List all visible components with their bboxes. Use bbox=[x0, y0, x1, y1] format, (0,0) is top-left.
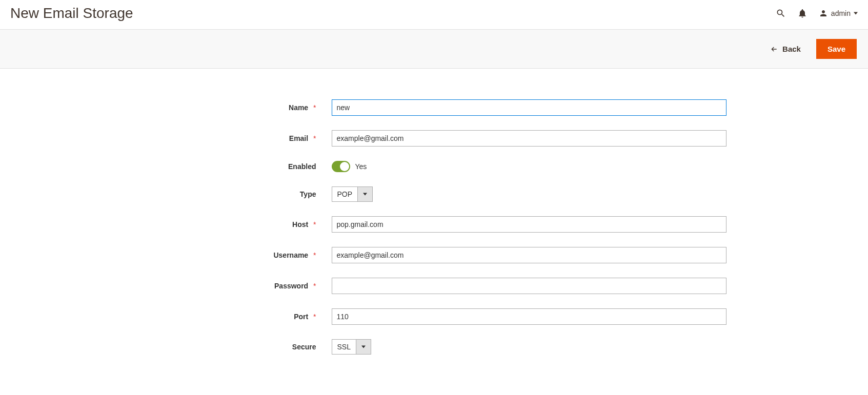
secure-select[interactable]: SSL bbox=[332, 339, 371, 355]
notification-icon[interactable] bbox=[797, 8, 808, 18]
user-icon bbox=[819, 9, 828, 18]
save-button[interactable]: Save bbox=[816, 39, 857, 59]
required-mark: * bbox=[313, 251, 316, 259]
chevron-down-icon bbox=[357, 186, 373, 202]
header-actions: admin bbox=[776, 8, 858, 18]
page-title: New Email Storage bbox=[10, 5, 133, 22]
back-label: Back bbox=[782, 45, 801, 53]
row-host: Host * bbox=[127, 216, 742, 233]
email-input[interactable] bbox=[332, 130, 726, 147]
type-select[interactable]: POP bbox=[332, 186, 373, 202]
required-mark: * bbox=[313, 282, 316, 290]
label-type: Type bbox=[127, 190, 332, 198]
port-input[interactable] bbox=[332, 308, 726, 325]
required-mark: * bbox=[313, 103, 316, 112]
required-mark: * bbox=[313, 134, 316, 142]
user-menu[interactable]: admin bbox=[819, 9, 858, 18]
enabled-toggle[interactable] bbox=[332, 161, 350, 172]
arrow-left-icon bbox=[770, 45, 778, 53]
required-mark: * bbox=[313, 313, 316, 321]
row-enabled: Enabled Yes bbox=[127, 161, 742, 172]
action-bar: Back Save bbox=[0, 30, 868, 69]
toggle-knob bbox=[340, 162, 349, 171]
label-email: Email * bbox=[127, 134, 332, 142]
chevron-down-icon bbox=[854, 12, 858, 15]
type-value: POP bbox=[332, 186, 358, 202]
row-username: Username * bbox=[127, 247, 742, 263]
label-password: Password * bbox=[127, 282, 332, 290]
chevron-down-icon bbox=[356, 339, 371, 355]
name-input[interactable] bbox=[332, 99, 726, 116]
row-email: Email * bbox=[127, 130, 742, 147]
host-input[interactable] bbox=[332, 216, 726, 233]
label-host: Host * bbox=[127, 220, 332, 228]
form: Name * Email * Enabled Yes bbox=[127, 69, 742, 389]
required-mark: * bbox=[313, 220, 316, 228]
label-port: Port * bbox=[127, 313, 332, 321]
label-name: Name * bbox=[127, 103, 332, 112]
label-username: Username * bbox=[127, 251, 332, 259]
username-input[interactable] bbox=[332, 247, 726, 263]
label-enabled: Enabled bbox=[127, 162, 332, 171]
row-type: Type POP bbox=[127, 186, 742, 202]
page-header: New Email Storage admin bbox=[0, 0, 868, 30]
row-password: Password * bbox=[127, 278, 742, 294]
secure-value: SSL bbox=[332, 339, 356, 355]
row-name: Name * bbox=[127, 99, 742, 116]
enabled-text: Yes bbox=[355, 162, 367, 171]
user-label: admin bbox=[831, 9, 851, 17]
label-secure: Secure bbox=[127, 343, 332, 351]
back-button[interactable]: Back bbox=[770, 45, 801, 53]
search-icon[interactable] bbox=[776, 8, 786, 18]
row-secure: Secure SSL bbox=[127, 339, 742, 355]
row-port: Port * bbox=[127, 308, 742, 325]
password-input[interactable] bbox=[332, 278, 726, 294]
